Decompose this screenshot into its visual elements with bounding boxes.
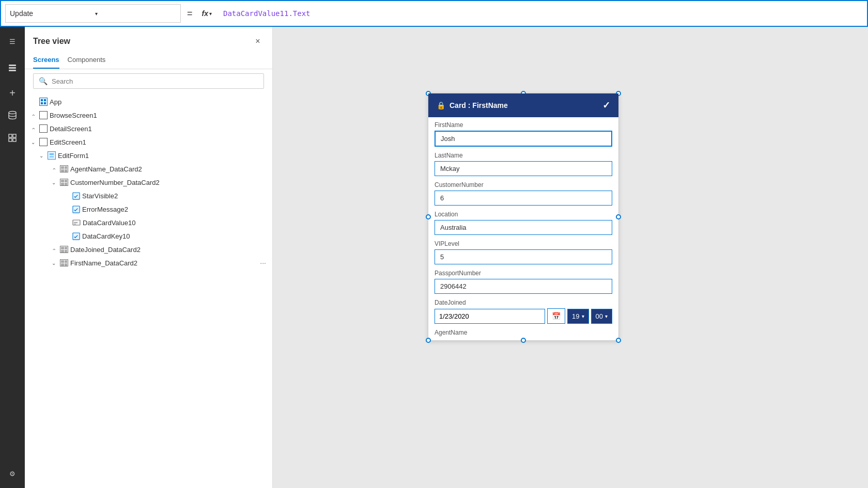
- viplevel-field: VIPLevel: [435, 240, 612, 264]
- lastname-input[interactable]: [435, 161, 612, 176]
- tree-item-agentname-datacard[interactable]: › AgentName_DataCard2: [25, 162, 272, 176]
- tree-item-detail-screen[interactable]: › DetailScreen1: [25, 122, 272, 135]
- svg-rect-0: [9, 65, 16, 66]
- hour-select[interactable]: 19 ▾: [567, 309, 588, 324]
- handle-mid-right[interactable]: [616, 214, 621, 219]
- chevron-starvisible: [62, 192, 70, 200]
- tree-item-label: AgentName_DataCard2: [70, 165, 142, 173]
- minute-dropdown-arrow: ▾: [605, 313, 608, 319]
- fx-button[interactable]: fx ▾: [199, 7, 215, 20]
- canvas-area[interactable]: 🔒 Card : FirstName ✓ FirstName LastName: [273, 27, 868, 488]
- tree-item-edit-form[interactable]: ⌄ EditForm1: [25, 149, 272, 162]
- viplevel-input[interactable]: [435, 249, 612, 264]
- tree-item-errormessage[interactable]: ErrorMessage2: [25, 202, 272, 216]
- screen-icon-browse: [39, 111, 48, 119]
- card-header-title: 🔒 Card : FirstName: [437, 101, 508, 109]
- formula-bar: Update ▾ = fx ▾ DataCardValue11.Text: [0, 0, 868, 27]
- passportnumber-input[interactable]: [435, 279, 612, 294]
- search-icon: 🔍: [39, 77, 48, 85]
- tree-item-customernumber-datacard[interactable]: ⌄ CustomerNumber_DataCard2: [25, 176, 272, 189]
- icon-bar: ☰ +: [0, 27, 25, 488]
- input-icon-datacardvalue10: [72, 218, 81, 227]
- chevron-edit-form: ⌄: [37, 151, 45, 160]
- location-label: Location: [435, 211, 612, 218]
- handle-bot-right[interactable]: [616, 338, 621, 343]
- tree-title: Tree view: [33, 37, 70, 46]
- database-icon: [7, 110, 18, 122]
- calendar-button[interactable]: 📅: [547, 308, 565, 324]
- tree-item-label: EditScreen1: [50, 138, 86, 146]
- hour-dropdown-arrow: ▾: [582, 313, 584, 319]
- datacard-icon-datejoined: [60, 246, 68, 253]
- card-title: Card : FirstName: [450, 101, 508, 109]
- tree-view-button[interactable]: [2, 58, 23, 78]
- fx-dropdown-arrow[interactable]: ▾: [209, 11, 212, 17]
- tree-item-label: FirstName_DataCard2: [70, 259, 137, 267]
- insert-button[interactable]: +: [2, 83, 23, 103]
- chevron-app: [29, 98, 37, 106]
- tree-item-datejoined-datacard[interactable]: › DateJoined_DataCard2: [25, 243, 272, 256]
- tree-item-edit-screen[interactable]: ⌄ EditScreen1: [25, 135, 272, 149]
- svg-rect-4: [9, 134, 12, 137]
- location-input[interactable]: [435, 220, 612, 235]
- chevron-datacardvalue10: [62, 218, 70, 227]
- svg-rect-11: [44, 102, 46, 104]
- tree-search-container: 🔍: [25, 69, 272, 93]
- formula-expression[interactable]: DataCardValue11.Text: [219, 7, 863, 20]
- lastname-label: LastName: [435, 152, 612, 159]
- customernumber-field: CustomerNumber: [435, 181, 612, 206]
- firstname-input[interactable]: [435, 131, 612, 147]
- tree-item-firstname-datacard[interactable]: ⌄ FirstName_DataCard2 ···: [25, 256, 272, 270]
- viplevel-label: VIPLevel: [435, 240, 612, 247]
- edit-icon-starvisible: [72, 192, 80, 200]
- tree-item-label: ErrorMessage2: [82, 206, 128, 213]
- more-options-button[interactable]: ···: [258, 259, 268, 267]
- datacard-icon-firstname: [60, 259, 68, 266]
- equals-sign: =: [185, 8, 195, 19]
- tree-item-label: DataCardValue10: [83, 219, 135, 227]
- minute-select[interactable]: 00 ▾: [591, 309, 612, 324]
- tab-components[interactable]: Components: [68, 52, 106, 69]
- tree-item-label: StarVisible2: [82, 192, 118, 200]
- tree-item-starvisible[interactable]: StarVisible2: [25, 189, 272, 202]
- settings-button[interactable]: ⚙: [2, 463, 23, 484]
- tree-item-label: EditForm1: [58, 152, 89, 160]
- tree-item-app[interactable]: App: [25, 95, 272, 108]
- search-box: 🔍: [33, 73, 264, 89]
- tree-item-datacardkey10[interactable]: DataCardKey10: [25, 229, 272, 243]
- tree-item-browse-screen[interactable]: › BrowseScreen1: [25, 108, 272, 122]
- handle-bot-left[interactable]: [426, 338, 431, 343]
- hamburger-menu-button[interactable]: ☰: [2, 31, 23, 52]
- svg-rect-13: [50, 156, 54, 158]
- svg-rect-8: [41, 99, 43, 101]
- chevron-edit-screen: ⌄: [29, 138, 37, 146]
- card-body: FirstName LastName CustomerNumber Locati…: [428, 117, 618, 340]
- close-tree-button[interactable]: ×: [252, 35, 264, 48]
- svg-rect-12: [50, 153, 54, 155]
- main-layout: ☰ +: [0, 27, 868, 488]
- check-icon[interactable]: ✓: [602, 100, 610, 111]
- handle-bot-center[interactable]: [521, 338, 526, 343]
- tree-header: Tree view ×: [25, 27, 272, 52]
- handle-mid-left[interactable]: [426, 214, 431, 219]
- data-button[interactable]: [2, 105, 23, 126]
- tree-tabs: Screens Components: [25, 52, 272, 69]
- form-icon: [48, 151, 56, 160]
- tree-item-datacardvalue10[interactable]: DataCardValue10: [25, 216, 272, 229]
- customernumber-label: CustomerNumber: [435, 181, 612, 188]
- svg-rect-10: [41, 102, 43, 104]
- name-box-dropdown[interactable]: ▾: [95, 11, 176, 17]
- search-input[interactable]: [52, 77, 258, 85]
- components-button[interactable]: [2, 128, 23, 149]
- agentname-label: AgentName: [435, 329, 612, 336]
- screen-icon-edit: [39, 138, 48, 146]
- svg-rect-6: [9, 138, 12, 141]
- svg-rect-5: [13, 134, 16, 137]
- datejoined-field: DateJoined 📅 19 ▾ 00 ▾: [435, 299, 612, 324]
- svg-rect-7: [13, 138, 16, 141]
- tree-item-label: App: [50, 98, 61, 106]
- date-input[interactable]: [439, 312, 540, 320]
- name-box[interactable]: Update ▾: [5, 4, 181, 23]
- customernumber-input[interactable]: [435, 191, 612, 206]
- tab-screens[interactable]: Screens: [33, 52, 59, 69]
